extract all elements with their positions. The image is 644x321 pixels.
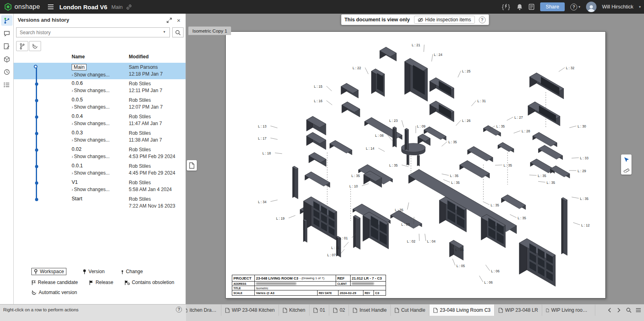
scale-value: Varies @ A3 [255, 290, 318, 295]
user-caret-icon[interactable]: ▾ [639, 5, 641, 9]
svg-text:L : 19: L : 19 [276, 216, 285, 220]
drawing-tab-icon [333, 308, 338, 313]
svg-text:L : 09: L : 09 [417, 124, 425, 128]
filter-branches-icon[interactable] [16, 41, 28, 51]
svg-text:L : 05: L : 05 [456, 264, 465, 268]
document-tab[interactable]: itchen Drawin... [186, 305, 221, 316]
search-input[interactable] [16, 27, 170, 37]
onshape-logo-icon[interactable] [4, 3, 12, 11]
search-tabs-icon[interactable] [625, 306, 633, 314]
show-changes-link[interactable]: ›Show changes... [72, 72, 127, 78]
document-tab[interactable]: 01 [310, 305, 329, 316]
status-help-icon[interactable]: ? [176, 307, 182, 313]
document-tab[interactable]: Kitchen [279, 305, 310, 316]
avatar[interactable] [586, 2, 597, 12]
show-changes-link[interactable]: ›Show changes... [72, 104, 127, 110]
version-node-icon [35, 132, 38, 135]
legend-release: Release [89, 280, 113, 285]
svg-text:L : 35: L : 35 [547, 181, 555, 185]
document-tabs: itchen Drawin...WIP 23-048 KitchenKitche… [186, 305, 605, 316]
search-options-caret-icon[interactable]: ▾ [163, 30, 165, 34]
scroll-tabs-left-icon[interactable] [605, 306, 613, 314]
close-panel-icon[interactable]: × [175, 16, 182, 24]
svg-text:L : 27: L : 27 [514, 115, 523, 119]
version-row-0.0.5[interactable]: 0.0.5›Show changes...Rob Stiles12:07 PM … [14, 96, 186, 112]
version-node-icon [35, 115, 38, 119]
version-row-0.02[interactable]: 0.02›Show changes...Rob Stiles4:53 PM Fe… [14, 145, 186, 162]
show-changes-link[interactable]: ›Show changes... [72, 170, 127, 176]
document-tab[interactable]: Inset Handle [349, 305, 390, 316]
help-caret-icon[interactable]: ▾ [578, 5, 580, 9]
version-row-V1[interactable]: V1›Show changes...Rob Stiles5:58 AM Jan … [14, 178, 186, 195]
drawing-sheet[interactable]: L : 21L : 24L : 22L : 32L : 25L : 15L : … [225, 31, 606, 298]
panel-title: Versions and history [18, 17, 69, 23]
show-changes-link[interactable]: ›Show changes... [72, 88, 127, 93]
document-tab[interactable]: WIP 23-048 LR [495, 305, 542, 316]
banner-help-icon[interactable]: ? [479, 16, 485, 23]
document-tab[interactable]: Cut Handle [391, 305, 429, 316]
tab-label: 01 [320, 307, 325, 313]
svg-text:L : 03: L : 03 [401, 222, 410, 226]
document-tab[interactable]: 02 [329, 305, 349, 316]
document-tab[interactable]: WIP 23-048 Kitchen [221, 305, 279, 316]
svg-text:L : 35: L : 35 [538, 174, 546, 178]
version-row-Main[interactable]: Main›Show changes...Sam Parsons12:18 PM … [14, 63, 186, 79]
version-row-0.0.4[interactable]: 0.0.4›Show changes...Rob Stiles11:47 AM … [14, 112, 186, 129]
inspection-cursor-icon[interactable] [622, 155, 631, 164]
tab-manager-icon[interactable] [634, 306, 642, 314]
history-clock-icon[interactable] [1, 67, 12, 77]
comments-icon[interactable] [1, 28, 12, 39]
sheet-tab[interactable]: Isometric Copy 1 [188, 27, 231, 35]
measure-tool-icon[interactable] [622, 165, 631, 174]
filter-auto-versions-icon[interactable] [29, 41, 41, 51]
show-changes-link[interactable]: ›Show changes... [72, 187, 127, 192]
document-tab[interactable]: WIP Living room Individ... [542, 305, 595, 316]
version-node-icon [35, 181, 38, 185]
version-author: Sam Parsons [129, 64, 163, 71]
properties-list-icon[interactable] [1, 80, 12, 90]
parts-cube-icon[interactable] [1, 54, 12, 64]
topbar-right: {} Share ? ▾ Will Hirschtick ▾ [502, 0, 641, 14]
version-node-icon [35, 165, 38, 168]
version-row-0.0.3[interactable]: 0.0.3›Show changes...Rob Stiles11:38 AM … [14, 129, 186, 145]
svg-text:L : 35: L : 35 [351, 174, 360, 178]
svg-text:L : 29: L : 29 [578, 169, 586, 173]
address-redacted [256, 282, 296, 285]
versions-panel-header: Versions and history × [14, 14, 186, 26]
hide-inspection-items-button[interactable]: Hide inspection items [414, 16, 475, 24]
version-name: 0.0.1 [72, 163, 83, 169]
show-changes-link[interactable]: ›Show changes... [72, 154, 127, 159]
learning-center-icon[interactable] [528, 4, 535, 10]
version-row-0.0.6[interactable]: 0.0.6›Show changes...Rob Stiles12:11 PM … [14, 79, 186, 96]
version-row-Start[interactable]: StartRob Stiles7:22 AM Nov 16 2023 [14, 195, 186, 211]
title-block: PROJECT 23-048 LIVING ROOM C3- (Drawing … [232, 275, 386, 296]
search-button[interactable] [172, 27, 184, 37]
svg-text:L : 10: L : 10 [349, 184, 358, 188]
version-row-0.0.1[interactable]: 0.0.1›Show changes...Rob Stiles4:45 PM F… [14, 162, 186, 178]
show-changes-link[interactable]: ›Show changes... [72, 121, 127, 126]
document-tab[interactable]: 23-048 Living Room C3 [429, 305, 495, 316]
link-icon[interactable] [126, 4, 132, 10]
featurescript-icon[interactable]: {} [502, 4, 511, 10]
notifications-bell-icon[interactable] [516, 4, 523, 10]
versions-panel-icon[interactable] [1, 15, 12, 26]
menu-icon[interactable] [47, 4, 54, 10]
drawing-viewport[interactable]: This document is view only Hide inspecti… [186, 14, 644, 304]
share-button[interactable]: Share [540, 2, 565, 11]
workspace-node-icon [34, 65, 37, 68]
notes-icon[interactable] [1, 41, 12, 51]
drawing-tab-icon [498, 308, 503, 313]
tab-label: WIP 23-048 Kitchen [232, 307, 275, 313]
svg-text:L : 06: L : 06 [455, 248, 464, 252]
svg-text:L : 24: L : 24 [434, 53, 442, 57]
help-icon[interactable]: ? [570, 4, 577, 10]
expand-panel-icon[interactable] [165, 16, 173, 24]
scroll-tabs-right-icon[interactable] [615, 306, 623, 314]
status-hint: Right-click on a row to perform actions [3, 307, 78, 312]
svg-text:L : 35: L : 35 [450, 174, 458, 178]
show-changes-link[interactable]: ›Show changes... [72, 137, 127, 143]
ref-value: 21.012 LR - 7 - C3 [351, 275, 386, 281]
version-name: V1 [72, 179, 78, 185]
sheet-title-value: Isometric [255, 286, 386, 290]
sheets-panel-toggle[interactable] [187, 160, 197, 171]
